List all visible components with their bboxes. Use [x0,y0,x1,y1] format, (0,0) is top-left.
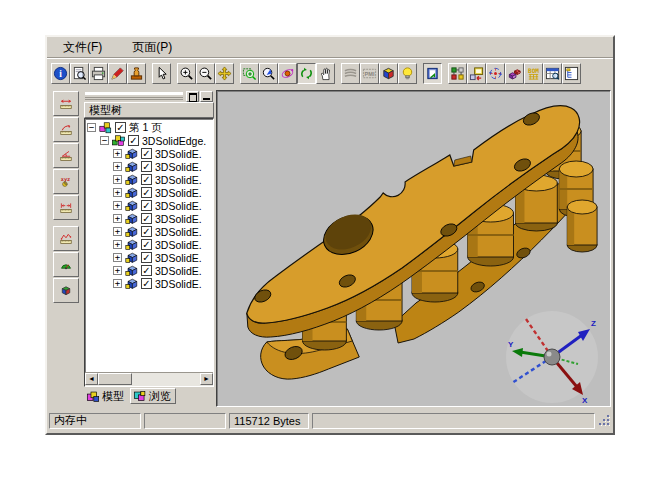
toolbar-button-spin[interactable] [297,63,316,84]
node-label: 3DSolidE. [155,174,202,186]
toolbar-button-measure-radius[interactable] [53,117,79,142]
toolbar-button-measure-distance[interactable] [53,91,79,116]
toolbar-button-select[interactable] [152,63,171,84]
toolbar-button-light[interactable] [398,63,417,84]
scrollbar-track[interactable] [132,373,200,386]
tree-node-solid[interactable]: +✓3DSolidE. [85,160,213,173]
toolbar-button-assembly[interactable] [448,63,467,84]
tree-node-solid[interactable]: +✓3DSolidE. [85,147,213,160]
panel-gripper[interactable] [84,90,214,102]
tab-browse[interactable]: 浏览 [130,388,176,404]
visibility-checkbox[interactable]: ✓ [141,265,152,276]
resize-grip[interactable] [598,414,611,427]
toolbar-button-structure-tree[interactable] [562,63,581,84]
expand-toggle-icon[interactable]: − [87,123,96,132]
toolbar-button-report-table[interactable] [543,63,562,84]
toolbar-button-print-preview[interactable] [70,63,89,84]
toolbar-button-notebook[interactable] [423,63,442,84]
toolbar-button-measure-volume[interactable] [53,278,79,303]
toolbar-button-zoom-in[interactable] [177,63,196,84]
toolbar-button-rotate-view[interactable] [278,63,297,84]
toolbar-button-annotate-pen[interactable] [108,63,127,84]
toolbar-group [423,63,442,84]
scroll-left-arrow-icon[interactable]: ◄ [85,373,98,385]
visibility-checkbox[interactable]: ✓ [141,239,152,250]
visibility-checkbox[interactable]: ✓ [141,161,152,172]
expand-toggle-icon[interactable]: + [113,240,122,249]
toolbar-button-zoom-window[interactable] [240,63,259,84]
node-label: 3DSolidE. [155,148,202,160]
visibility-checkbox[interactable]: ✓ [141,226,152,237]
tree-node-solid[interactable]: +✓3DSolidE. [85,264,213,277]
measure-polyline-icon [60,230,72,247]
expand-toggle-icon[interactable]: + [113,279,122,288]
scroll-right-arrow-icon[interactable]: ► [200,373,213,385]
pmi-icon: PMI [362,66,377,81]
toolbar-button-stamp[interactable] [127,63,146,84]
visibility-checkbox[interactable]: ✓ [141,200,152,211]
toolbar-button-print[interactable] [89,63,108,84]
tree-node-solid[interactable]: +✓3DSolidE. [85,251,213,264]
menu-page[interactable]: 页面(P) [130,38,174,57]
expand-toggle-icon[interactable]: + [113,227,122,236]
tree-node-solid[interactable]: +✓3DSolidE. [85,173,213,186]
toolbar-button-measure-area[interactable] [53,252,79,277]
tree-horizontal-scrollbar[interactable]: ◄ ► [85,372,213,386]
toolbar-button-measure-polyline[interactable] [53,226,79,251]
toolbar-button-zoom-select[interactable] [259,63,278,84]
tree-node-solid[interactable]: +✓3DSolidE. [85,212,213,225]
node-cube-icon [124,225,139,239]
expand-toggle-icon[interactable]: + [113,253,122,262]
toolbar-button-info[interactable]: i [51,63,70,84]
toolbar-button-view-3d[interactable] [379,63,398,84]
expand-toggle-icon[interactable]: + [113,188,122,197]
panel-float-button[interactable] [186,91,199,102]
tab-browse-label: 浏览 [149,389,171,404]
toolbar-button-bom[interactable]: BOM [524,63,543,84]
node-icon [124,212,139,226]
tree-node-page[interactable]: −✓第 1 页 [85,121,213,134]
visibility-checkbox[interactable]: ✓ [115,122,126,133]
tree-node-solid[interactable]: +✓3DSolidE. [85,199,213,212]
3d-viewport[interactable]: Z X Y [216,90,611,407]
toolbar-button-measure-gap[interactable] [53,195,79,220]
visibility-checkbox[interactable]: ✓ [141,148,152,159]
gripper-handle[interactable] [85,92,183,100]
toolbar-button-pan[interactable] [215,63,234,84]
light-icon [400,66,415,81]
tree-node-assembly[interactable]: −✓3DSolidEdge. [85,134,213,147]
node-cube-icon [98,121,113,135]
visibility-checkbox[interactable]: ✓ [141,278,152,289]
toolbar-button-measure-coordinate[interactable]: xyz [53,169,79,194]
expand-toggle-icon[interactable]: + [113,201,122,210]
measure-distance-icon [60,95,72,112]
tree-node-solid[interactable]: +✓3DSolidE. [85,238,213,251]
tab-model[interactable]: 模型 [84,388,128,404]
tree-node-solid[interactable]: +✓3DSolidE. [85,277,213,290]
visibility-checkbox[interactable]: ✓ [141,174,152,185]
visibility-checkbox[interactable]: ✓ [141,252,152,263]
expand-toggle-icon[interactable]: + [113,149,122,158]
visibility-checkbox[interactable]: ✓ [128,135,139,146]
expand-toggle-icon[interactable]: + [113,162,122,171]
tree-node-solid[interactable]: +✓3DSolidE. [85,186,213,199]
menu-file[interactable]: 文件(F) [61,38,104,57]
toolbar-button-zoom-out[interactable] [196,63,215,84]
toolbar-button-pmi[interactable]: PMI [360,63,379,84]
toolbar-button-export-image[interactable] [467,63,486,84]
toolbar-button-hand-pan[interactable] [316,63,335,84]
expand-toggle-icon[interactable]: + [113,266,122,275]
expand-toggle-icon[interactable]: + [113,175,122,184]
tree-node-solid[interactable]: +✓3DSolidE. [85,225,213,238]
visibility-checkbox[interactable]: ✓ [141,187,152,198]
expand-toggle-icon[interactable]: + [113,214,122,223]
scrollbar-thumb[interactable] [98,373,132,385]
toolbar-button-rotate-center[interactable] [486,63,505,84]
panel-hide-button[interactable] [200,91,213,102]
visibility-checkbox[interactable]: ✓ [141,213,152,224]
toolbar-button-layers[interactable] [341,63,360,84]
expand-toggle-icon[interactable]: − [100,136,109,145]
toolbar-button-explode[interactable] [505,63,524,84]
orientation-trackball[interactable]: Z X Y [504,309,600,405]
toolbar-button-measure-angle[interactable] [53,143,79,168]
